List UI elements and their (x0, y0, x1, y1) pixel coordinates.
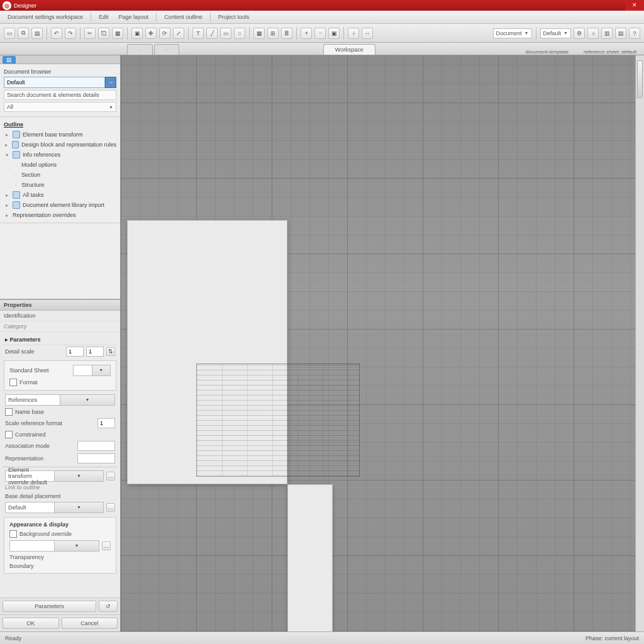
outline-item[interactable]: ▸Representation overrides (4, 210, 116, 220)
prop-adv2-label: Transparency (9, 554, 111, 560)
doc-icon (12, 141, 19, 148)
tool-grid-icon[interactable]: ▦ (253, 28, 265, 39)
outline-item[interactable]: ▸Document element library import (4, 200, 116, 210)
tool-view-1-icon[interactable]: ▥ (601, 28, 613, 39)
left-panel: ▤ Document browser → Search document & e… (0, 55, 121, 631)
prop-transform-more-icon[interactable]: … (106, 472, 115, 480)
menu-content-outline[interactable]: Content outline (162, 13, 205, 21)
tool-snap-icon[interactable]: ⊞ (267, 28, 279, 39)
view-tab-2[interactable]: · (154, 44, 180, 55)
browser-section: ▤ Document browser → Search document & e… (0, 55, 120, 117)
tool-fit-icon[interactable]: ▣ (328, 28, 340, 39)
properties-title: Properties (0, 300, 120, 311)
tool-dimension-icon[interactable]: ↔ (362, 28, 373, 39)
menu-page-layout[interactable]: Page layout (116, 13, 152, 21)
tool-paste-icon[interactable]: ▦ (112, 28, 123, 39)
toolbar-combo-document[interactable]: Document▼ (493, 28, 532, 38)
view-tab-active[interactable]: Workspace (323, 44, 375, 55)
properties-identity-label: Identification (0, 311, 120, 321)
prop-detail-dropdown[interactable]: Default▼ (5, 502, 104, 513)
window-close-button[interactable]: ✕ (625, 0, 644, 11)
browser-filter-field[interactable]: All▼ (4, 102, 116, 112)
outline-item[interactable]: ▸Design block and representation rules (4, 140, 116, 150)
tool-rect-icon[interactable]: ▭ (220, 28, 231, 39)
tool-zoom-out-icon[interactable]: － (314, 28, 326, 39)
prop-group-parameters[interactable]: ▸ Parameters (3, 335, 118, 345)
prop-name-checkbox[interactable] (5, 408, 13, 416)
outline-item[interactable]: ▸Element base transform (4, 130, 116, 140)
prop-adv-dropdown[interactable]: ▼ (9, 540, 99, 552)
browser-filter-label: Search document & elements details (7, 92, 99, 98)
tool-copy-icon[interactable]: ⿻ (98, 28, 109, 39)
menu-edit[interactable]: Edit (96, 13, 111, 21)
menu-project-tools[interactable]: Project tools (216, 13, 252, 21)
tool-save-icon[interactable]: ▤ (31, 28, 43, 39)
browser-search-button[interactable]: → (105, 77, 116, 88)
menu-bar: Document settings workspace Edit Page la… (0, 11, 644, 24)
prop-scale-input-1[interactable] (66, 347, 84, 357)
prop-adv1-checkbox[interactable] (9, 530, 17, 538)
tool-circle-icon[interactable]: ○ (234, 28, 245, 39)
title-bar: ◎ Designer ✕ (0, 0, 644, 11)
tool-measure-icon[interactable]: ⟊ (348, 28, 359, 39)
tool-new-icon[interactable]: ▭ (4, 28, 15, 39)
tool-layers-icon[interactable]: ≣ (281, 28, 292, 39)
outline-section: Outline ▸Element base transform ▸Design … (0, 117, 120, 223)
outline-item[interactable]: ·Section (4, 170, 116, 180)
properties-actions: Parameters ↺ (0, 597, 120, 614)
prop-constrained-label: Constrained (15, 431, 115, 438)
prop-adv-more-icon[interactable]: … (102, 541, 111, 550)
prop-constrained-checkbox[interactable] (5, 431, 13, 438)
tool-zoom-in-icon[interactable]: ＋ (301, 28, 312, 39)
outline-item[interactable]: ·Structure (4, 180, 116, 190)
menu-document[interactable]: Document settings workspace (5, 13, 86, 21)
canvas-sheet-2[interactable] (287, 484, 333, 631)
tool-settings-icon[interactable]: ⚙ (574, 28, 585, 39)
prop-transform-dropdown[interactable]: Element transform override default▼ (5, 470, 104, 482)
main-area: ▤ Document browser → Search document & e… (0, 55, 644, 631)
browser-tab-icon[interactable]: ▤ (3, 56, 16, 64)
browser-title: Document browser (4, 67, 116, 77)
scrollbar-thumb[interactable] (637, 60, 643, 98)
prop-scale-stepper-icon[interactable]: ⇅ (106, 347, 115, 356)
canvas-vertical-scrollbar[interactable] (635, 55, 644, 631)
outline-item[interactable]: ▾Info references (4, 150, 116, 160)
drawing-canvas[interactable] (121, 55, 644, 631)
tool-move-icon[interactable]: ✥ (145, 28, 157, 39)
tool-select-icon[interactable]: ▣ (131, 28, 143, 39)
tool-cut-icon[interactable]: ✂ (84, 28, 96, 39)
tool-line-icon[interactable]: ╱ (206, 28, 218, 39)
tool-help-icon[interactable]: ? (629, 28, 640, 39)
outline-item[interactable]: ▸All tasks (4, 190, 116, 200)
prop-assoc1-input[interactable] (77, 441, 115, 451)
prop-size-label: Scale reference format (5, 420, 95, 426)
prop-standard-dropdown[interactable]: ▼ (73, 365, 111, 376)
tool-open-icon[interactable]: ⧉ (18, 28, 29, 39)
view-tab-1[interactable]: · (127, 44, 153, 55)
prop-cancel-button[interactable]: Cancel (62, 618, 118, 629)
prop-detail-more-icon[interactable]: … (106, 503, 115, 512)
tool-rotate-icon[interactable]: ⟳ (159, 28, 170, 39)
prop-wherefrom-dropdown[interactable]: References▼ (5, 394, 115, 406)
prop-size-input[interactable] (97, 418, 115, 428)
prop-assoc2-input[interactable] (77, 453, 115, 464)
tool-scale-icon[interactable]: ⤢ (173, 28, 184, 39)
prop-scale-input-2[interactable] (86, 347, 104, 357)
prop-reset-button[interactable]: ↺ (99, 601, 118, 612)
tool-filter-icon[interactable]: ⟐ (587, 28, 599, 39)
toolbar-combo-style[interactable]: Default▼ (540, 28, 571, 38)
status-phase: Phase: current layout (586, 635, 639, 641)
prop-ok-button[interactable]: OK (3, 618, 59, 629)
outline-item[interactable]: ·Model options (4, 160, 116, 170)
prop-format-checkbox[interactable] (9, 379, 17, 386)
browser-search-input[interactable] (4, 77, 105, 88)
prop-apply-button[interactable]: Parameters (3, 601, 96, 612)
tool-text-icon[interactable]: T (192, 28, 204, 39)
canvas-plan-object[interactable] (196, 364, 360, 477)
document-tabs: · · Workspace document-template referenc… (0, 43, 644, 55)
app-logo-icon: ◎ (3, 1, 11, 10)
tool-view-2-icon[interactable]: ▤ (615, 28, 626, 39)
prop-advanced-header: Appearance & display (7, 520, 113, 529)
tool-undo-icon[interactable]: ↶ (51, 28, 62, 39)
tool-redo-icon[interactable]: ↷ (65, 28, 76, 39)
